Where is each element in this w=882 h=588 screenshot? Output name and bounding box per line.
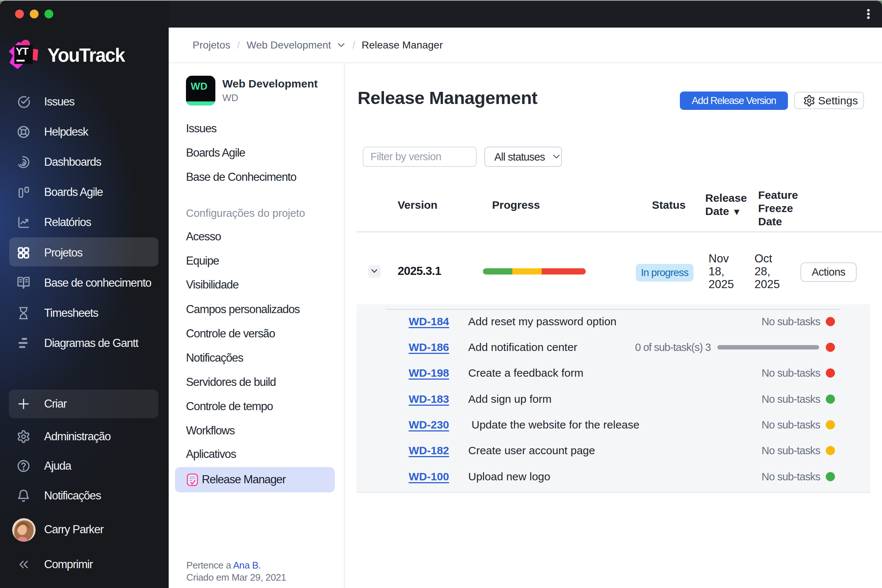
svg-text:YT: YT <box>16 46 28 57</box>
